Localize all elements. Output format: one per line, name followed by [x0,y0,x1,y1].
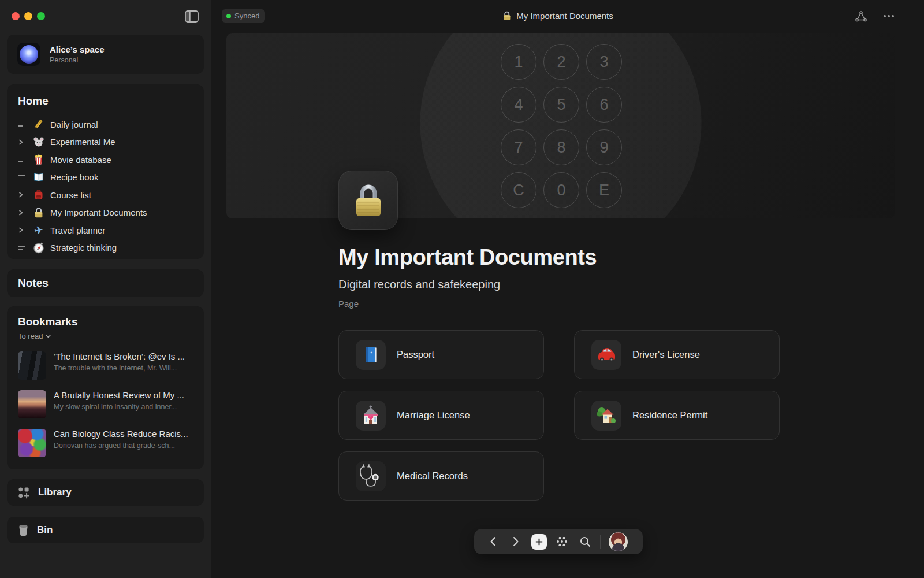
toolbar-divider [600,535,601,549]
gold-padlock-icon [352,183,385,218]
add-button[interactable] [527,529,550,554]
page-lines-icon [18,246,27,250]
main-content: Synced My Important Documents 1 2 3 4 5 … [212,0,924,578]
chevron-left-icon [490,536,496,547]
page-type-label: Page [338,299,359,309]
bookmark-thumbnail [18,390,46,418]
notes-section[interactable]: Notes [7,269,204,297]
sidebar-item-label: Recipe book [50,172,98,182]
sidebar-item-daily-journal[interactable]: Daily journal [18,116,193,134]
forward-button[interactable] [504,529,527,554]
keypad-key: 4 [501,87,536,123]
page-subtitle: Digital records and safekeeping [338,278,500,291]
page-cover-image[interactable]: 1 2 3 4 5 6 7 8 9 C 0 E [226,33,895,218]
popcorn-icon [32,153,45,166]
open-book-icon [32,171,45,184]
mouse-icon [32,136,45,149]
sync-status-badge[interactable]: Synced [222,9,265,23]
library-shapes-icon [18,487,30,499]
card-label: Residence Permit [632,410,707,421]
keypad-key: 7 [501,129,536,165]
keypad-key: 3 [586,44,622,80]
bin-button[interactable]: Bin [7,517,204,543]
home-title: Home [18,95,193,108]
back-button[interactable] [481,529,504,554]
bookmark-title: Can Biology Class Reduce Racis... [54,429,188,439]
minimize-button[interactable] [24,12,32,20]
keypad-graphic: 1 2 3 4 5 6 7 8 9 C 0 E [501,44,622,208]
sidebar-item-strategic-thinking[interactable]: Strategic thinking [18,239,193,257]
user-avatar[interactable] [609,532,628,551]
bookmark-title: ‘The Internet Is Broken’: @ev Is ... [54,351,185,361]
sidebar: Alice’s space Personal Home Daily journa… [0,0,211,578]
bookmark-item[interactable]: A Brutally Honest Review of My ... My sl… [18,390,196,418]
keypad-key: E [586,172,622,208]
card-label: Medical Records [397,470,468,481]
library-button[interactable]: Library [7,479,204,506]
keypad-key: 6 [586,87,622,123]
space-switcher[interactable]: Alice’s space Personal [7,35,204,74]
stethoscope-icon [356,461,386,491]
passport-book-icon: ✦ [356,340,386,370]
sidebar-item-course-list[interactable]: Course list [18,186,193,204]
chevron-right-icon [18,209,27,216]
sidebar-item-label: Experimental Me [50,137,116,147]
bottom-toolbar [474,529,643,554]
dots-grid-icon [556,536,568,547]
bookmarks-title: Bookmarks [18,316,196,328]
zoom-button[interactable] [37,12,45,20]
chevron-right-icon [513,536,519,547]
window-controls [12,12,45,20]
sidebar-item-travel-planner[interactable]: ✈ Travel planner [18,221,193,239]
lock-icon [32,206,45,219]
car-icon [591,340,621,370]
sidebar-item-my-important-documents[interactable]: My Important Documents [18,204,193,222]
card-label: Passport [397,349,434,360]
pen-icon [32,118,45,131]
apps-button[interactable] [550,529,573,554]
sync-green-dot [226,14,231,18]
sidebar-item-movie-database[interactable]: Movie database [18,151,193,169]
sidebar-item-label: Strategic thinking [50,243,117,253]
keypad-key: 8 [543,129,579,165]
keypad-key: 1 [501,44,536,80]
space-avatar [17,43,40,66]
space-name: Alice’s space [50,45,105,54]
share-icon[interactable] [854,9,869,24]
trash-icon [18,524,29,536]
sidebar-toggle-icon[interactable] [184,9,199,23]
page-icon[interactable] [338,171,398,230]
app-window: Alice’s space Personal Home Daily journa… [0,0,924,578]
bookmark-subtitle: Donovan has argued that grade-sch... [54,442,188,450]
sidebar-item-recipe-book[interactable]: Recipe book [18,169,193,187]
bookmark-item[interactable]: Can Biology Class Reduce Racis... Donova… [18,429,196,457]
svg-text:✦: ✦ [370,351,372,354]
airplane-icon: ✈ [32,223,46,238]
backpack-icon [32,188,45,201]
keypad-key: C [501,172,536,208]
card-medical-records[interactable]: Medical Records [338,451,544,501]
search-icon [580,536,591,547]
more-options-icon[interactable] [881,9,896,24]
bookmarks-section: Bookmarks To read ‘The Internet Is Broke… [7,306,204,469]
search-button[interactable] [573,529,597,554]
bookmarks-filter-dropdown[interactable]: To read [18,332,51,340]
keypad-key: 9 [586,129,622,165]
bookmark-item[interactable]: ‘The Internet Is Broken’: @ev Is ... The… [18,351,196,380]
lock-icon [502,10,511,21]
bin-label: Bin [37,524,53,536]
card-drivers-license[interactable]: Driver's License [574,330,780,379]
house-icon [591,401,621,431]
close-button[interactable] [12,12,20,20]
card-residence-permit[interactable]: Residence Permit [574,391,780,440]
card-passport[interactable]: ✦ Passport [338,330,544,379]
sidebar-item-label: Travel planner [50,225,105,235]
library-label: Library [38,487,72,498]
notes-title: Notes [18,277,49,290]
chevron-right-icon [18,139,27,146]
bookmark-subtitle: The trouble with the internet, Mr. Will.… [54,364,185,372]
card-marriage-license[interactable]: Marriage License [338,391,544,440]
sidebar-item-label: Course list [50,190,91,200]
keypad-key: 2 [543,44,579,80]
sidebar-item-experimental-me[interactable]: Experimental Me [18,134,193,151]
